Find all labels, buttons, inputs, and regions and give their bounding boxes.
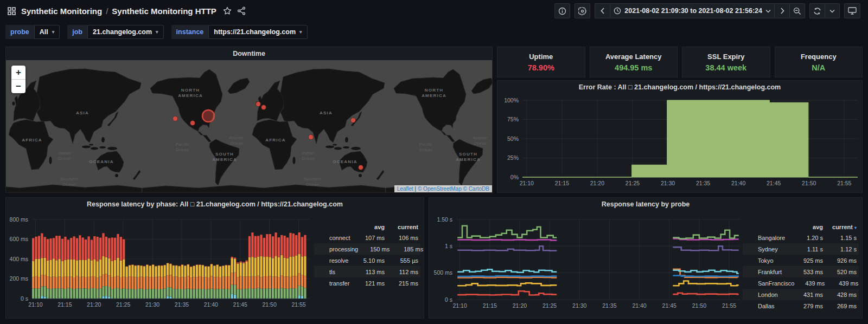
probe-series-Dallas bbox=[673, 281, 738, 286]
legend-current-value: 428 ms bbox=[823, 291, 857, 298]
dashboard-settings-button[interactable] bbox=[575, 3, 590, 18]
map-zoom-in-button[interactable]: + bbox=[11, 66, 25, 80]
map-label: IndianOcean bbox=[302, 151, 315, 161]
apps-grid-icon[interactable] bbox=[8, 7, 16, 15]
legend-row-Tokyo[interactable]: Tokyo925 ms926 ms bbox=[743, 255, 859, 266]
stats-row: Uptime78.90%Average Latency494.95 msSSL … bbox=[497, 47, 863, 77]
panel-title-error-rate[interactable]: Error Rate : All □ 21.changelog.com / ht… bbox=[497, 81, 862, 94]
time-shift-back-button[interactable] bbox=[595, 3, 610, 18]
map-dot-London-b[interactable] bbox=[261, 105, 266, 110]
x-tick-label: 21:40 bbox=[632, 302, 646, 309]
map-dot-SanFrancisco[interactable] bbox=[173, 116, 178, 121]
panel-title-latency-by-phase[interactable]: Response latency by phase: All □ 21.chan… bbox=[6, 198, 424, 211]
legend-row-resolve[interactable]: resolve5.10 ms555 µs bbox=[314, 255, 420, 266]
variable-value-probe[interactable]: All▾ bbox=[34, 25, 60, 39]
time-shift-forward-button[interactable] bbox=[774, 3, 789, 18]
breadcrumb-section[interactable]: Synthetic Monitoring bbox=[21, 7, 102, 16]
stat-title[interactable]: Average Latency bbox=[605, 53, 662, 61]
variable-probe: probeAll▾ bbox=[5, 25, 60, 39]
legend-row-tls[interactable]: tls113 ms112 ms bbox=[314, 266, 420, 277]
variable-value-instance[interactable]: https://21.changelog.com▾ bbox=[208, 25, 307, 39]
chevron-down-icon: ▾ bbox=[156, 29, 158, 35]
legend-avg-value: 1.20 s bbox=[793, 235, 823, 241]
x-tick-label: 21:10 bbox=[520, 180, 534, 186]
kiosk-mode-button[interactable] bbox=[844, 3, 860, 18]
x-tick-label: 21:40 bbox=[731, 180, 745, 186]
osm-link[interactable]: © OpenStreetMap bbox=[418, 186, 462, 192]
y-tick-label: 600 ms bbox=[10, 236, 28, 242]
legend-row-SanFrancisco[interactable]: SanFrancisco439 ms439 ms bbox=[743, 277, 859, 289]
map-zoom-out-button[interactable]: − bbox=[11, 80, 25, 93]
world-map[interactable]: + − NORTHAMERICASOUTHAMERICAAFRICAASIAOC… bbox=[6, 60, 492, 192]
latency-by-phase-chart[interactable]: 0 s200 ms400 ms600 ms800 ms21:1021:1521:… bbox=[6, 211, 313, 318]
panel-info-button[interactable] bbox=[554, 3, 570, 18]
stat-title[interactable]: SSL Expiry bbox=[707, 53, 744, 61]
map-dot-Dallas[interactable] bbox=[190, 121, 195, 126]
zoom-out-time-button[interactable] bbox=[789, 3, 805, 18]
stat-panel-average-latency: Average Latency494.95 ms bbox=[590, 47, 678, 77]
panel-latency-by-phase: Response latency by phase: All □ 21.chan… bbox=[5, 197, 424, 319]
error-rate-chart[interactable]: 0%25%50%75%100%21:1021:1521:2021:2521:30… bbox=[497, 94, 862, 191]
map-label: SouthernOcean bbox=[60, 177, 78, 187]
legend-row-connect[interactable]: connect107 ms106 ms bbox=[314, 232, 420, 243]
chevron-down-icon bbox=[829, 9, 835, 13]
x-tick-label: 21:55 bbox=[722, 302, 736, 309]
y-tick-label: 75% bbox=[507, 116, 519, 122]
legend-sort-avg[interactable]: avg bbox=[353, 224, 385, 230]
variable-value-job[interactable]: 21.changelog.com▾ bbox=[87, 25, 164, 39]
legend-current-value: 1.12 s bbox=[823, 246, 857, 252]
legend-row-transfer[interactable]: transfer121 ms215 ms bbox=[314, 277, 420, 289]
stat-title[interactable]: Uptime bbox=[529, 53, 553, 61]
map-zoom-control: + − bbox=[11, 66, 25, 93]
latency-by-probe-chart[interactable]: 0 s500 ms1 s1.50 s21:1021:1521:2021:2521… bbox=[429, 211, 744, 318]
legend-avg-value: 107 ms bbox=[353, 235, 385, 241]
probe-series-SanFrancisco bbox=[673, 276, 738, 276]
legend-row-Frankfurt[interactable]: Frankfurt533 ms520 ms bbox=[743, 266, 859, 277]
map-label: ASIA bbox=[76, 111, 89, 115]
legend-row-Dallas[interactable]: Dallas279 ms269 ms bbox=[743, 300, 859, 312]
x-tick-label: 21:35 bbox=[602, 302, 616, 309]
probe-series-Bangalore bbox=[673, 230, 738, 239]
map-dot-Sydney[interactable] bbox=[359, 165, 363, 170]
map-dot-NewYork[interactable] bbox=[202, 110, 214, 122]
legend-sort-current[interactable]: current ▾ bbox=[823, 224, 857, 230]
legend-row-London[interactable]: London431 ms428 ms bbox=[743, 289, 859, 300]
legend-avg-value: 439 ms bbox=[794, 280, 825, 287]
refresh-interval-dropdown[interactable] bbox=[825, 3, 840, 18]
variables-bar: probeAll▾job21.changelog.com▾instancehtt… bbox=[0, 22, 868, 42]
map-label: SouthernOcean bbox=[303, 177, 322, 187]
legend-row-processing[interactable]: processing150 ms185 ms bbox=[314, 243, 420, 255]
map-canvas[interactable]: NORTHAMERICASOUTHAMERICAAFRICAASIAOCEANI… bbox=[6, 60, 492, 192]
carto-link[interactable]: © CartoDB bbox=[463, 186, 490, 192]
refresh-button[interactable] bbox=[809, 3, 825, 18]
panel-title-downtime[interactable]: Downtime bbox=[6, 47, 492, 60]
x-tick-label: 21:25 bbox=[542, 302, 557, 309]
breadcrumb-page[interactable]: Synthetic Monitoring HTTP bbox=[112, 7, 216, 16]
panel-error-rate: Error Rate : All □ 21.changelog.com / ht… bbox=[497, 80, 863, 193]
legend-row-Sydney[interactable]: Sydney1.11 s1.12 s bbox=[743, 243, 859, 255]
stat-title[interactable]: Frequency bbox=[801, 53, 837, 61]
panel-title-latency-by-probe[interactable]: Response latency by probe bbox=[429, 198, 862, 211]
leaflet-link[interactable]: Leaflet bbox=[397, 186, 413, 192]
share-icon[interactable] bbox=[237, 7, 246, 15]
map-dot-Bangalore[interactable] bbox=[309, 135, 314, 140]
legend-sort-current[interactable]: current bbox=[385, 224, 418, 230]
map-dot-Tokyo[interactable] bbox=[351, 118, 356, 123]
legend-series-name: Tokyo bbox=[754, 257, 793, 264]
map-label: ASIA bbox=[320, 111, 333, 115]
variable-label-instance: instance bbox=[171, 25, 209, 39]
map-label: SOUTHAMERICA bbox=[212, 152, 237, 162]
map-dot-London-a[interactable] bbox=[256, 102, 261, 107]
x-tick-label: 21:25 bbox=[116, 301, 130, 308]
legend-current-value: 926 ms bbox=[823, 257, 857, 264]
legend-series-name: Frankfurt bbox=[754, 269, 793, 275]
legend-row-Bangalore[interactable]: Bangalore1.20 s1.15 s bbox=[743, 232, 859, 243]
star-icon[interactable] bbox=[223, 7, 232, 15]
time-range-picker[interactable]: 2021-08-02 21:09:30 to 2021-08-02 21:56:… bbox=[610, 3, 774, 18]
probe-series-unnamed bbox=[673, 293, 738, 294]
y-tick-label: 25% bbox=[507, 154, 519, 161]
time-range-text: 2021-08-02 21:09:30 to 2021-08-02 21:56:… bbox=[624, 7, 762, 15]
variable-label-probe: probe bbox=[5, 25, 34, 39]
legend-sort-avg[interactable]: avg bbox=[793, 224, 823, 230]
x-tick-label: 21:50 bbox=[802, 180, 816, 186]
